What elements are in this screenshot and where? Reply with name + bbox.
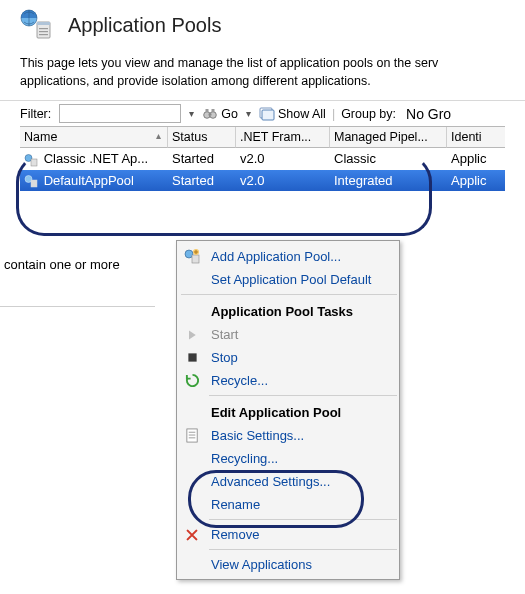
svg-rect-25 (188, 437, 195, 438)
menu-remove[interactable]: Remove (179, 523, 397, 546)
menu-label: Set Application Pool Default (211, 272, 371, 287)
col-name[interactable]: Name (20, 127, 168, 148)
menu-label: Start (211, 327, 238, 342)
binoculars-icon (202, 106, 218, 122)
menu-heading-edit: Edit Application Pool (179, 399, 397, 424)
group-by-label: Group by: (341, 107, 396, 121)
play-icon (183, 329, 201, 341)
settings-sheet-icon (183, 428, 201, 443)
col-net-framework[interactable]: .NET Fram... (236, 127, 330, 148)
menu-label: Advanced Settings... (211, 474, 330, 489)
menu-label: Remove (211, 527, 259, 542)
filter-input[interactable] (59, 104, 181, 123)
svg-rect-24 (188, 435, 195, 436)
app-pool-icon (20, 8, 54, 42)
svg-rect-3 (37, 22, 50, 25)
separator (0, 306, 155, 307)
group-by-value[interactable]: No Gro (406, 106, 451, 122)
filter-label: Filter: (20, 107, 51, 121)
row-pipe: Integrated (330, 170, 447, 192)
menu-stop[interactable]: Stop (179, 346, 397, 369)
menu-recycle[interactable]: Recycle... (179, 369, 397, 392)
menu-label: Stop (211, 350, 238, 365)
menu-separator (209, 519, 397, 520)
filter-toolbar: Filter: ▾ Go ▾ Show All | Group by: No G… (0, 100, 525, 126)
row-name: DefaultAppPool (44, 173, 134, 188)
page-title: Application Pools (68, 14, 221, 37)
menu-advanced-settings[interactable]: Advanced Settings... (179, 470, 397, 493)
menu-rename[interactable]: Rename (179, 493, 397, 516)
menu-label: Recycling... (211, 451, 278, 466)
svg-rect-9 (209, 113, 212, 115)
filter-dropdown-arrow[interactable]: ▾ (187, 108, 196, 119)
menu-label: Rename (211, 497, 260, 512)
pool-row-icon (24, 153, 38, 167)
show-all-button[interactable]: Show All (259, 106, 326, 122)
menu-label: Basic Settings... (211, 428, 304, 443)
go-dropdown-arrow[interactable]: ▾ (244, 108, 253, 119)
svg-rect-6 (39, 34, 48, 35)
svg-rect-23 (188, 432, 195, 433)
svg-rect-11 (212, 109, 215, 112)
menu-add-pool[interactable]: Add Application Pool... (179, 244, 397, 268)
row-ident: Applic (447, 170, 505, 192)
row-status: Started (168, 148, 236, 170)
menu-basic-settings[interactable]: Basic Settings... (179, 424, 397, 447)
col-managed-pipeline[interactable]: Managed Pipel... (330, 127, 447, 148)
toolbar-separator: | (332, 107, 335, 121)
go-button[interactable]: Go (202, 106, 238, 122)
go-label: Go (221, 107, 238, 121)
svg-rect-4 (39, 28, 48, 29)
context-menu: Add Application Pool... Set Application … (176, 240, 400, 580)
row-name: Classic .NET Ap... (44, 151, 149, 166)
pool-row-icon (24, 174, 38, 188)
grid-row[interactable]: Classic .NET Ap... Started v2.0 Classic … (20, 148, 505, 170)
menu-start: Start (179, 323, 397, 346)
page-description: This page lets you view and manage the l… (0, 48, 525, 100)
svg-rect-10 (206, 109, 209, 112)
heading-label: Edit Application Pool (211, 405, 341, 420)
menu-heading-tasks: Application Pool Tasks (179, 298, 397, 323)
menu-view-applications[interactable]: View Applications (179, 553, 397, 576)
add-pool-icon (183, 248, 201, 264)
svg-rect-13 (262, 110, 274, 120)
col-status[interactable]: Status (168, 127, 236, 148)
row-net: v2.0 (236, 170, 330, 192)
menu-separator (209, 395, 397, 396)
menu-label: Recycle... (211, 373, 268, 388)
col-identity[interactable]: Identi (447, 127, 505, 148)
menu-separator (209, 549, 397, 550)
menu-set-defaults[interactable]: Set Application Pool Default (179, 268, 397, 291)
grid-header-row: Name Status .NET Fram... Managed Pipel..… (20, 127, 505, 148)
svg-rect-21 (188, 353, 196, 361)
delete-x-icon (183, 528, 201, 542)
row-status: Started (168, 170, 236, 192)
menu-label: View Applications (211, 557, 312, 572)
menu-recycling[interactable]: Recycling... (179, 447, 397, 470)
page-header: Application Pools (0, 0, 525, 48)
svg-rect-17 (31, 180, 37, 187)
grid-row[interactable]: DefaultAppPool Started v2.0 Integrated A… (20, 170, 505, 192)
menu-label: Add Application Pool... (211, 249, 341, 264)
stop-icon (183, 352, 201, 363)
show-all-icon (259, 106, 275, 122)
row-ident: Applic (447, 148, 505, 170)
svg-rect-19 (192, 255, 199, 263)
recycle-icon (183, 373, 201, 388)
row-net: v2.0 (236, 148, 330, 170)
row-pipe: Classic (330, 148, 447, 170)
svg-rect-5 (39, 31, 48, 32)
app-pool-grid: Name Status .NET Fram... Managed Pipel..… (20, 126, 505, 191)
show-all-label: Show All (278, 107, 326, 121)
menu-separator (181, 294, 397, 295)
svg-rect-15 (31, 159, 37, 166)
heading-label: Application Pool Tasks (211, 304, 353, 319)
